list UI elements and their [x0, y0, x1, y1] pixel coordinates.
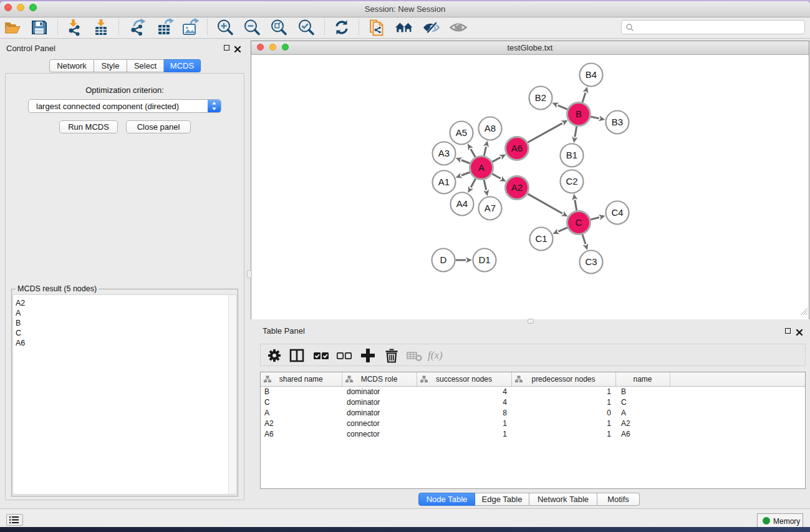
table-panel-float-icon[interactable]: [785, 328, 791, 334]
toolbar-separator: [324, 19, 325, 36]
criterion-dropdown[interactable]: largest connected component (directed): [28, 99, 221, 113]
run-mcds-button[interactable]: Run MCDS: [59, 120, 118, 133]
table-row[interactable]: A6connector11A6: [261, 428, 805, 439]
graph-edge[interactable]: [492, 157, 501, 162]
table-settings-icon[interactable]: [266, 347, 283, 364]
table-panel-close-icon[interactable]: [796, 327, 803, 339]
tab-select[interactable]: Select: [127, 59, 164, 72]
memory-status-icon: [763, 517, 770, 525]
table-row[interactable]: A2connector11A2: [261, 418, 805, 428]
table-row[interactable]: Adominator80A: [261, 407, 805, 418]
export-table-icon[interactable]: [156, 18, 175, 37]
control-panel-close-icon[interactable]: [234, 44, 241, 56]
show-panels-button[interactable]: [6, 514, 23, 526]
delete-table-icon[interactable]: [406, 347, 423, 364]
column-header-successor-nodes[interactable]: successor nodes: [417, 372, 511, 386]
function-builder-icon[interactable]: f(x): [428, 347, 453, 364]
toolbar-separator: [118, 19, 119, 36]
tab-network-table[interactable]: Network Table: [529, 493, 597, 506]
add-row-icon[interactable]: [359, 347, 377, 364]
tab-motifs[interactable]: Motifs: [597, 493, 640, 506]
node-table-grid[interactable]: shared name MCDS role successor nodes pr…: [261, 372, 805, 439]
vertical-split-handle[interactable]: [247, 270, 252, 278]
zoom-selected-icon[interactable]: [297, 18, 316, 37]
table-row[interactable]: Bdominator41B: [261, 386, 805, 397]
search-input[interactable]: [637, 21, 799, 33]
graph-edge[interactable]: [591, 117, 599, 118]
graph-node-label: A1: [438, 177, 450, 187]
graph-edge[interactable]: [582, 235, 586, 244]
table-cell-filler: [670, 397, 805, 407]
graph-edge[interactable]: [461, 172, 470, 175]
home-icon[interactable]: [395, 18, 413, 37]
result-item[interactable]: B: [13, 318, 236, 328]
result-item[interactable]: A2: [13, 298, 236, 308]
delete-row-icon[interactable]: [383, 347, 400, 364]
tab-node-table[interactable]: Node Table: [418, 493, 475, 506]
column-header-mcds-role[interactable]: MCDS role: [342, 372, 417, 386]
save-session-icon[interactable]: [30, 18, 49, 37]
graph-edge[interactable]: [471, 149, 475, 157]
graph-edge[interactable]: [471, 178, 476, 187]
graph-edge[interactable]: [591, 217, 599, 220]
table-row[interactable]: Cdominator41C: [261, 397, 805, 407]
graph-edge[interactable]: [575, 200, 577, 211]
edge-arrow-icon: [456, 157, 463, 163]
window-title: Session: New Session: [0, 4, 810, 14]
graph-edge[interactable]: [575, 126, 577, 137]
result-item[interactable]: A6: [13, 338, 236, 348]
graph-edge[interactable]: [528, 194, 562, 214]
column-header-shared-name[interactable]: shared name: [261, 372, 342, 386]
select-all-icon[interactable]: [312, 347, 330, 364]
column-header-predecessor-nodes[interactable]: predecessor nodes: [511, 372, 615, 386]
search-field[interactable]: [621, 20, 805, 34]
show-graphics-details-icon[interactable]: [449, 18, 468, 37]
split-columns-icon[interactable]: [288, 347, 306, 364]
tab-edge-table[interactable]: Edge Table: [475, 493, 529, 506]
graph-edge[interactable]: [484, 147, 486, 156]
graph-edge[interactable]: [461, 160, 470, 163]
export-image-icon[interactable]: [181, 18, 200, 37]
result-item[interactable]: A: [13, 308, 236, 318]
graph-edge[interactable]: [582, 93, 586, 103]
close-panel-button[interactable]: Close panel: [126, 120, 191, 133]
mcds-panel: Optimization criterion: largest connecte…: [5, 73, 244, 500]
main-toolbar: [0, 17, 810, 39]
result-scrollbar[interactable]: [228, 295, 236, 494]
control-panel-float-icon[interactable]: [224, 45, 229, 51]
graph-edge[interactable]: [528, 123, 562, 143]
graph-edge[interactable]: [559, 228, 568, 231]
deselect-all-icon[interactable]: [335, 347, 353, 364]
tab-style[interactable]: Style: [94, 59, 127, 72]
resize-grip-icon[interactable]: [799, 306, 808, 318]
zoom-in-icon[interactable]: [216, 18, 234, 37]
tab-mcds[interactable]: MCDS: [164, 59, 201, 72]
edge-arrow-icon: [599, 115, 605, 121]
result-item[interactable]: C: [13, 328, 236, 338]
column-header-name[interactable]: name: [615, 372, 670, 386]
import-table-icon[interactable]: [92, 18, 110, 37]
tab-network[interactable]: Network: [49, 59, 94, 72]
open-file-icon[interactable]: [3, 18, 22, 37]
memory-button[interactable]: Memory: [757, 513, 803, 527]
graph-edge[interactable]: [558, 105, 567, 110]
refresh-icon[interactable]: [332, 18, 351, 37]
export-network-icon[interactable]: [128, 18, 147, 37]
graph-node-label: D1: [478, 254, 490, 265]
zoom-out-icon[interactable]: [243, 18, 261, 37]
hide-graphics-details-icon[interactable]: [422, 18, 441, 37]
graph-edge[interactable]: [492, 174, 501, 179]
zoom-fit-icon[interactable]: [269, 18, 288, 37]
table-cell: 1: [417, 418, 511, 428]
graph-edge[interactable]: [484, 180, 486, 190]
network-canvas[interactable]: AA1A2A3A4A5A6A7A8BB1B2B3B4CC1C2C3C4DD1: [251, 55, 809, 319]
horizontal-split-handle[interactable]: [528, 319, 534, 324]
toolbar-separator: [359, 19, 359, 36]
network-from-file-icon[interactable]: [367, 18, 386, 37]
graph-node-label: C1: [535, 233, 547, 244]
table-cell: dominator: [342, 407, 417, 418]
import-network-icon[interactable]: [64, 18, 83, 37]
desktop-wallpaper-bottom: [0, 527, 810, 532]
table-cell-filler: [670, 428, 805, 439]
mcds-result-list[interactable]: A2ABCA6: [12, 294, 237, 495]
